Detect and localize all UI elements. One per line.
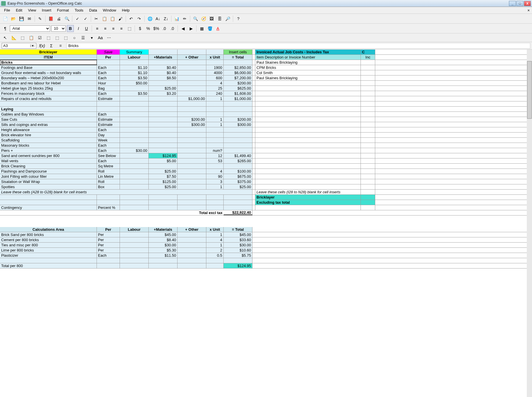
design-mode-icon[interactable]: 📐: [10, 34, 17, 41]
bold-button[interactable]: B: [67, 25, 74, 32]
summary-button[interactable]: Summary: [120, 50, 149, 54]
menu-edit[interactable]: Edit: [13, 7, 25, 13]
cut-icon[interactable]: ✂: [93, 15, 100, 22]
hyperlink-icon[interactable]: 🌐: [146, 15, 153, 22]
maximize-button[interactable]: □: [516, 1, 523, 6]
table-row: Gables and Bay Windows Each: [0, 112, 532, 117]
option-button-icon[interactable]: ○: [71, 34, 78, 41]
underline-button[interactable]: U: [83, 25, 90, 32]
function-wizard-icon[interactable]: f(x): [39, 42, 46, 49]
draw-icon[interactable]: ✏: [181, 15, 188, 22]
standard-format-icon[interactable]: $%: [153, 25, 160, 32]
combobox-icon[interactable]: ▾: [88, 34, 95, 41]
styles-icon[interactable]: ¶: [2, 25, 9, 32]
control-icon[interactable]: ⬚: [19, 34, 26, 41]
add-decimal-icon[interactable]: .0: [161, 25, 168, 32]
table-row: Masonary blocks Each: [0, 143, 532, 148]
align-right-icon[interactable]: ≡: [110, 25, 117, 32]
font-color-icon[interactable]: A: [214, 25, 221, 32]
more-controls-icon[interactable]: ⋯: [105, 34, 112, 41]
formula-input[interactable]: Bricks: [66, 43, 530, 49]
selected-cell[interactable]: Bricks: [0, 60, 97, 65]
font-name-select[interactable]: Arial: [10, 25, 50, 32]
format-paint-icon[interactable]: 🖌: [117, 15, 124, 22]
spreadsheet-grid[interactable]: Bricklayer Save Summary Insert cells Inv…: [0, 50, 532, 397]
menu-view[interactable]: View: [25, 7, 39, 13]
save-button[interactable]: Save: [97, 50, 120, 54]
save-icon[interactable]: 💾: [18, 15, 25, 22]
bricklayer-banner[interactable]: Bricklayer: [0, 50, 97, 54]
currency-icon[interactable]: $: [137, 25, 144, 32]
print-icon[interactable]: 🖨: [55, 15, 62, 22]
paste-icon[interactable]: 📋: [109, 15, 116, 22]
checkbox-icon[interactable]: ☑: [36, 34, 43, 41]
table-row: Cement per 800 bricks Per $8.40 4 $33.60: [0, 237, 532, 243]
pushbutton-icon[interactable]: ⬚: [62, 34, 69, 41]
align-left-icon[interactable]: ≡: [94, 25, 101, 32]
table-row: Brick Cleaning Sq Metre: [0, 164, 532, 169]
menu-tools[interactable]: Tools: [72, 7, 86, 13]
find-icon[interactable]: 🔍: [192, 15, 199, 22]
email-icon[interactable]: ✉: [26, 15, 33, 22]
merge-icon[interactable]: ⬚: [126, 25, 133, 32]
remove-decimal-icon[interactable]: .0: [169, 25, 176, 32]
zoom-icon[interactable]: 🔎: [224, 15, 231, 22]
table-row: Ties and misc per 800 Per $30.00 1 $30.0…: [0, 243, 532, 248]
menu-file[interactable]: File: [1, 7, 13, 13]
datasources-icon[interactable]: 🗄: [216, 15, 223, 22]
scroll-thumb[interactable]: [527, 61, 532, 119]
navigator-icon[interactable]: 🧭: [200, 15, 207, 22]
table-row: Ground floor external walls – not bounda…: [0, 70, 532, 75]
form-icon[interactable]: 📋: [28, 34, 35, 41]
menu-data[interactable]: Data: [86, 7, 100, 13]
formatted-field-icon[interactable]: ⬚: [54, 34, 61, 41]
help-icon[interactable]: ?: [235, 15, 242, 22]
italic-button[interactable]: I: [75, 25, 82, 32]
label-icon[interactable]: Aa: [97, 34, 104, 41]
insert-cells-button[interactable]: Insert cells: [224, 50, 252, 54]
close-button[interactable]: X: [524, 1, 531, 6]
name-box-dropdown-icon[interactable]: ▼: [30, 44, 35, 47]
table-row: Sills and copings and extras Estimate $3…: [0, 122, 532, 127]
decrease-indent-icon[interactable]: ◀: [180, 25, 186, 32]
autospell-icon[interactable]: ✓: [82, 15, 89, 22]
textbox-icon[interactable]: ⬚: [45, 34, 52, 41]
sum-icon[interactable]: Σ: [48, 42, 55, 49]
borders-icon[interactable]: ▦: [198, 25, 205, 32]
sort-asc-icon[interactable]: A↓: [154, 15, 161, 22]
equals-icon[interactable]: =: [57, 42, 64, 49]
redo-icon[interactable]: ↷: [136, 15, 143, 22]
sort-desc-icon[interactable]: Z↓: [163, 15, 169, 22]
spellcheck-icon[interactable]: ✓: [74, 15, 81, 22]
background-color-icon[interactable]: 🪣: [206, 25, 213, 32]
increase-indent-icon[interactable]: ▶: [188, 25, 195, 32]
minimize-button[interactable]: _: [509, 1, 516, 6]
chart-icon[interactable]: 📊: [173, 15, 180, 22]
align-center-icon[interactable]: ≡: [102, 25, 109, 32]
table-row: Bondbeam and reo labour for Hebel Hour $…: [0, 81, 532, 86]
menu-window[interactable]: Window: [100, 7, 119, 13]
select-icon[interactable]: ↖: [2, 34, 9, 41]
invoiced-header[interactable]: Invoiced Actual Job Costs - Includes Tax: [255, 50, 361, 54]
menu-bar: File Edit View Insert Format Tools Data …: [0, 7, 532, 14]
listbox-icon[interactable]: ☰: [80, 34, 86, 41]
new-icon[interactable]: 📄: [2, 15, 9, 22]
open-icon[interactable]: 📂: [10, 15, 17, 22]
table-row: Plasticizer Each $11.50 0.5 $5.75: [0, 253, 532, 258]
font-size-select[interactable]: 10: [51, 25, 66, 32]
menu-format[interactable]: Format: [54, 7, 72, 13]
undo-icon[interactable]: ↶: [128, 15, 135, 22]
preview-icon[interactable]: 🔍: [63, 15, 70, 22]
pdf-icon[interactable]: 📕: [47, 15, 54, 22]
name-box[interactable]: A3 ▼: [2, 43, 36, 49]
percent-icon[interactable]: %: [145, 25, 152, 32]
table-row: Piers + Each $30.00 num?: [0, 148, 532, 153]
edit-icon[interactable]: ✎: [37, 15, 44, 22]
copy-icon[interactable]: 📋: [101, 15, 108, 22]
menu-insert[interactable]: Insert: [39, 7, 54, 13]
justify-icon[interactable]: ≡: [118, 25, 125, 32]
menu-help[interactable]: Help: [119, 7, 133, 13]
gallery-icon[interactable]: 🖼: [208, 15, 215, 22]
document-close-icon[interactable]: ×: [526, 8, 531, 13]
vertical-scrollbar[interactable]: [527, 50, 532, 397]
